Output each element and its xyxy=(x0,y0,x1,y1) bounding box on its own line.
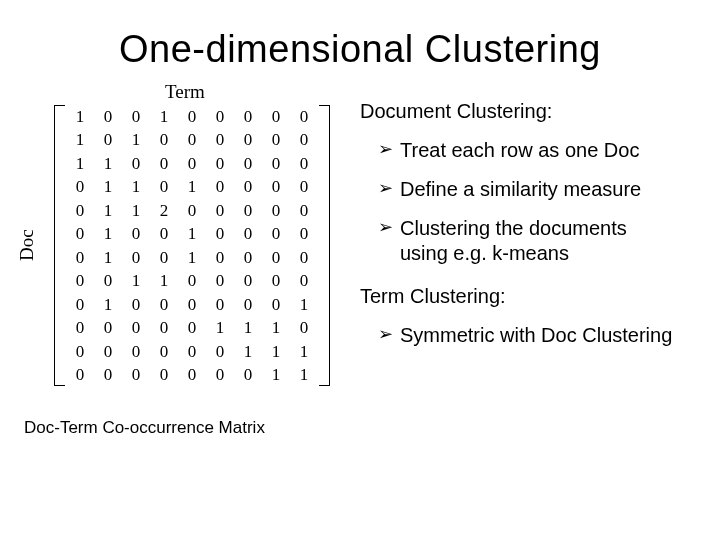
text-block: Document Clustering:➢Treat each row as o… xyxy=(340,81,680,366)
matrix-cell: 1 xyxy=(94,175,122,198)
bullet-text: Treat each row as one Doc xyxy=(400,139,639,161)
matrix-cell: 1 xyxy=(234,316,262,339)
matrix-cell: 0 xyxy=(262,222,290,245)
matrix-cell: 0 xyxy=(290,316,318,339)
bullet-item: ➢Treat each row as one Doc xyxy=(360,138,680,163)
matrix-cell: 0 xyxy=(206,199,234,222)
matrix-cell: 1 xyxy=(94,222,122,245)
matrix-cell: 1 xyxy=(178,246,206,269)
matrix-cell: 1 xyxy=(122,199,150,222)
matrix-cell: 0 xyxy=(150,175,178,198)
table-row: 011010000 xyxy=(66,175,318,198)
matrix-cell: 0 xyxy=(122,152,150,175)
matrix-cell: 0 xyxy=(66,222,94,245)
matrix-cell: 0 xyxy=(66,199,94,222)
matrix-cell: 0 xyxy=(262,293,290,316)
matrix-cell: 0 xyxy=(206,128,234,151)
bullet-item: ➢Define a similarity measure xyxy=(360,177,680,202)
table-row: 010010000 xyxy=(66,222,318,245)
matrix-cell: 0 xyxy=(290,105,318,128)
matrix-cell: 0 xyxy=(122,363,150,386)
matrix-cell: 0 xyxy=(290,152,318,175)
matrix-cell: 0 xyxy=(206,222,234,245)
matrix-cell: 0 xyxy=(94,316,122,339)
matrix-cell: 1 xyxy=(150,105,178,128)
bracket-left xyxy=(54,105,65,386)
matrix-cell: 0 xyxy=(178,128,206,151)
matrix-cell: 0 xyxy=(66,293,94,316)
matrix-cell: 0 xyxy=(262,269,290,292)
matrix-block: Term Doc 1001000001010000001100000000110… xyxy=(30,81,340,438)
matrix-cell: 0 xyxy=(94,340,122,363)
bullet-list: ➢Symmetric with Doc Clustering xyxy=(360,323,680,348)
matrix-cell: 1 xyxy=(178,175,206,198)
matrix-cell: 0 xyxy=(206,152,234,175)
matrix-cell: 0 xyxy=(66,175,94,198)
matrix-cell: 0 xyxy=(234,222,262,245)
matrix-cell: 0 xyxy=(234,246,262,269)
section-heading: Term Clustering: xyxy=(360,284,680,309)
matrix-cell: 1 xyxy=(66,152,94,175)
matrix-cell: 0 xyxy=(178,152,206,175)
matrix-cell: 0 xyxy=(262,105,290,128)
bullet-arrow-icon: ➢ xyxy=(378,179,393,197)
table-row: 101000000 xyxy=(66,128,318,151)
matrix-cell: 0 xyxy=(234,152,262,175)
matrix-cell: 0 xyxy=(206,340,234,363)
matrix-cell: 1 xyxy=(122,175,150,198)
matrix-cell: 0 xyxy=(66,340,94,363)
matrix-wrap: 1001000001010000001100000000110100000112… xyxy=(58,105,326,386)
matrix-cell: 0 xyxy=(94,363,122,386)
matrix-cell: 0 xyxy=(150,222,178,245)
table-row: 010000001 xyxy=(66,293,318,316)
matrix-cell: 0 xyxy=(178,316,206,339)
bullet-list: ➢Treat each row as one Doc➢Define a simi… xyxy=(360,138,680,266)
matrix-cell: 0 xyxy=(94,105,122,128)
table-row: 000000111 xyxy=(66,340,318,363)
section-heading: Document Clustering: xyxy=(360,99,680,124)
matrix-cell: 1 xyxy=(262,363,290,386)
matrix-cell: 0 xyxy=(206,269,234,292)
matrix-cell: 1 xyxy=(66,128,94,151)
matrix-cell: 0 xyxy=(206,175,234,198)
bullet-text: Define a similarity measure xyxy=(400,178,641,200)
matrix-cell: 0 xyxy=(178,340,206,363)
matrix-cell: 0 xyxy=(150,316,178,339)
matrix-cell: 1 xyxy=(122,128,150,151)
matrix-cell: 0 xyxy=(122,340,150,363)
bullet-arrow-icon: ➢ xyxy=(378,218,393,236)
matrix-cell: 1 xyxy=(206,316,234,339)
matrix-cell: 0 xyxy=(234,105,262,128)
matrix-cell: 0 xyxy=(290,128,318,151)
matrix-cell: 0 xyxy=(290,269,318,292)
matrix-cell: 0 xyxy=(66,246,94,269)
matrix-cell: 0 xyxy=(290,246,318,269)
bullet-item: ➢Clustering the documents using e.g. k-m… xyxy=(360,216,680,266)
matrix-cell: 0 xyxy=(234,128,262,151)
matrix-cell: 0 xyxy=(122,293,150,316)
slide-title: One-dimensional Clustering xyxy=(40,28,680,71)
table-row: 100100000 xyxy=(66,105,318,128)
matrix-cell: 0 xyxy=(234,175,262,198)
matrix-cell: 1 xyxy=(262,316,290,339)
matrix-cell: 0 xyxy=(234,363,262,386)
bullet-item: ➢Symmetric with Doc Clustering xyxy=(360,323,680,348)
matrix-cell: 0 xyxy=(122,316,150,339)
matrix-cell: 0 xyxy=(262,152,290,175)
table-row: 110000000 xyxy=(66,152,318,175)
matrix-cell: 1 xyxy=(94,199,122,222)
matrix-cell: 1 xyxy=(94,293,122,316)
matrix-cell: 0 xyxy=(150,293,178,316)
matrix-cell: 0 xyxy=(262,199,290,222)
matrix-caption: Doc-Term Co-occurrence Matrix xyxy=(24,418,340,438)
matrix-cell: 0 xyxy=(178,293,206,316)
table-row: 011200000 xyxy=(66,199,318,222)
bracket-right xyxy=(319,105,330,386)
matrix-cell: 0 xyxy=(150,152,178,175)
matrix-cell: 0 xyxy=(234,269,262,292)
slide-content: Term Doc 1001000001010000001100000000110… xyxy=(40,81,680,438)
matrix-cell: 0 xyxy=(262,246,290,269)
matrix-cell: 1 xyxy=(290,363,318,386)
table-row: 001100000 xyxy=(66,269,318,292)
matrix-cell: 1 xyxy=(66,105,94,128)
